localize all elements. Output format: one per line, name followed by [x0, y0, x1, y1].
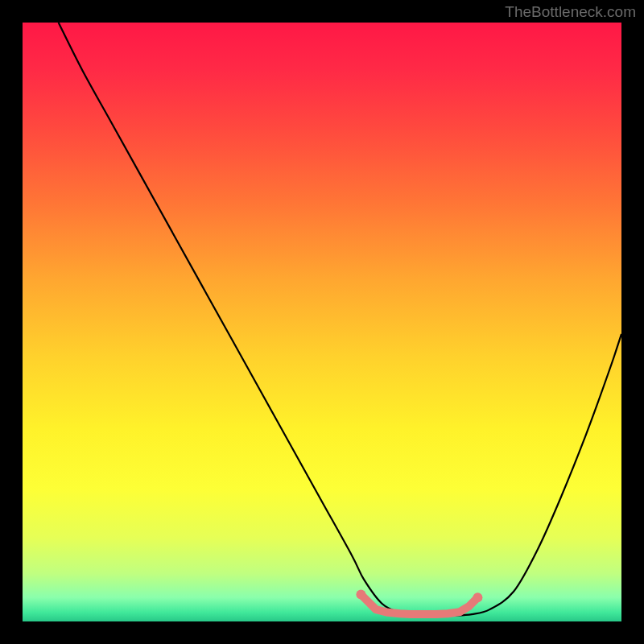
chart-svg: [23, 23, 621, 621]
watermark-text: TheBottleneck.com: [505, 3, 636, 21]
chart-marker-path: [361, 595, 477, 615]
chart-marker-dot: [356, 590, 365, 600]
chart-plot-area: [23, 23, 621, 621]
chart-markers-group: [356, 590, 482, 615]
chart-marker-dot: [473, 592, 482, 602]
chart-line-curve: [59, 23, 621, 616]
